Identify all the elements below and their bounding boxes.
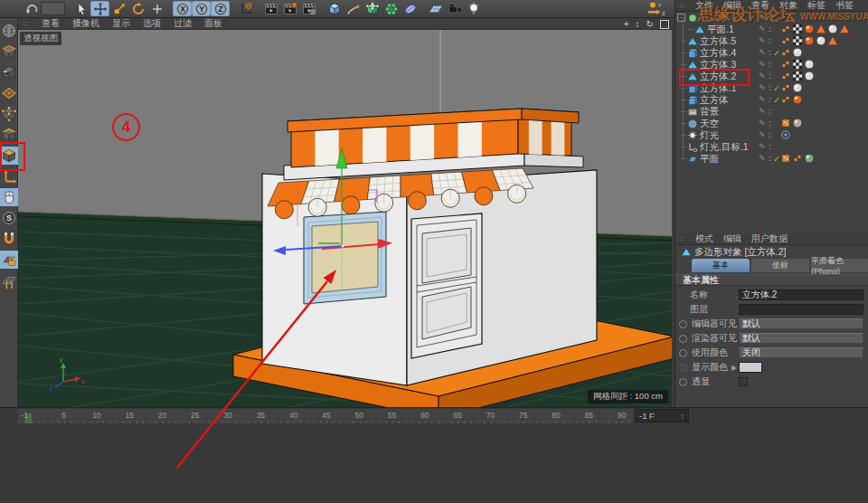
object-row[interactable]: 立方体.2✎: [675,71,868,82]
toolbar-undo-button[interactable] [22,1,41,16]
toggle-view-icon[interactable] [660,20,669,29]
pan-view-icon[interactable]: + [624,20,629,29]
viewport[interactable]: xyz ∷查看摄像机显示选项过滤面板 +↕↻ 透视视图 网格间距 : 100 c… [18,18,672,407]
tag-ball-icon[interactable] [792,118,803,128]
animation-dot-icon[interactable] [679,320,687,328]
attribute-menu-item[interactable]: 编辑 [723,233,741,245]
tag-tri-icon[interactable] [816,24,826,34]
tab-basic[interactable]: 基本 [692,259,750,272]
object-row[interactable]: 天空✎: [675,118,868,129]
tag-ball-icon[interactable] [804,71,815,81]
tag-ball-icon[interactable] [792,82,803,93]
panel-grip-icon[interactable]: ∷ [680,235,685,243]
mode-polygons-mode-button[interactable] [0,147,18,165]
tag-dots-icon[interactable] [780,94,791,105]
toolbar-primitive-cube-button[interactable] [325,1,344,16]
layer-pencil-icon[interactable]: ✎ [759,129,766,141]
mode-snap-button[interactable]: S [0,209,18,227]
object-manager-menu-item[interactable]: 标签 [807,0,826,12]
tag-ball-icon[interactable] [792,47,803,58]
layer-pencil-icon[interactable]: ✎ [759,94,766,106]
toolbar-lock-y-button[interactable]: Y [192,1,211,16]
view-label[interactable]: 透视视图 [20,32,61,45]
visibility-dots-icon[interactable]: : [769,153,771,165]
mode-points-mode-button[interactable] [0,105,18,123]
enabled-check-icon[interactable]: ✓ [773,153,780,165]
object-row[interactable]: 立方体.3✎: [675,59,868,71]
mode-edges-mode-button[interactable] [0,126,18,144]
object-row[interactable]: 立方体.5✎: [675,35,868,47]
animation-dot-icon[interactable] [679,349,687,357]
viewport-menu-item[interactable]: 面板 [204,18,222,30]
toolbar-lock-x-button[interactable]: X [173,1,192,16]
field-input[interactable]: 立方体.2 [739,289,863,300]
visibility-dots-icon[interactable]: : [769,71,771,82]
field-dropdown[interactable]: 默认 [739,333,863,344]
mode-axis-mode-button[interactable] [0,167,18,185]
object-manager-menu-item[interactable]: 编辑 [723,0,741,12]
tag-ball-icon[interactable] [827,24,838,34]
visibility-dots-icon[interactable]: : [769,106,771,118]
mode-workplane-mode-button[interactable] [0,84,18,102]
object-row[interactable]: 背景✎: [675,106,868,118]
object-manager-menu-item[interactable]: 书签 [835,0,854,12]
toolbar-light-button[interactable] [464,1,483,16]
tab-phong[interactable]: 平滑着色(Phong) [811,259,868,272]
layer-pencil-icon[interactable]: ✎ [759,106,766,118]
viewport-menu-item[interactable]: 过滤 [174,18,192,30]
toolbar-camera-button[interactable] [445,1,464,16]
visibility-dots-icon[interactable]: : [769,24,771,35]
tag-checker-icon[interactable] [792,35,803,46]
layer-pencil-icon[interactable]: ✎ [759,35,766,47]
animation-dot-icon[interactable] [679,364,687,372]
mode-quantize-button[interactable]: ( ) [0,271,18,289]
object-row[interactable]: 立方体.4✎:✓ [675,47,868,59]
mode-make-editable-button[interactable] [0,22,18,40]
tag-dots-icon[interactable] [780,71,791,81]
tag-tri-icon[interactable] [827,35,838,46]
panel-grip-icon[interactable]: ∷ [24,20,29,28]
object-name[interactable]: 立方体 [700,94,729,107]
object-row[interactable]: 灯光✎: [675,129,868,141]
object-name[interactable]: 背景 [700,106,719,119]
attribute-menu-item[interactable]: 用户数据 [751,233,788,245]
mode-lock-workplane-button[interactable] [0,251,18,269]
visibility-dots-icon[interactable]: : [769,141,771,153]
tag-checker-icon[interactable] [792,59,803,70]
tag-checker-icon[interactable] [792,24,803,34]
enabled-check-icon[interactable]: ✓ [773,94,780,106]
color-swatch[interactable] [739,362,762,373]
field-input[interactable] [739,304,863,315]
tag-dots-icon[interactable] [780,82,791,93]
animation-dot-icon[interactable] [679,378,687,386]
viewport-menu-item[interactable]: 查看 [42,18,60,30]
object-name[interactable]: 平面 [700,153,719,166]
tag-dots-icon[interactable] [780,47,791,58]
toolbar-redo-button[interactable] [41,2,65,15]
object-name[interactable]: 立方体.3 [700,59,736,71]
layer-pencil-icon[interactable]: ✎ [759,24,766,35]
tag-ball-icon[interactable] [804,24,815,34]
visibility-dots-icon[interactable]: : [769,12,771,24]
tag-ball-icon[interactable] [816,35,826,46]
tag-ball-icon[interactable] [804,59,815,70]
viewport-menu-item[interactable]: 选项 [143,18,161,30]
expander-icon[interactable]: - [677,14,685,22]
layer-pencil-icon[interactable]: ✎ [759,59,766,71]
layer-pencil-icon[interactable]: ✎ [759,118,766,129]
mode-texture-mode-button[interactable] [0,63,18,81]
spinner-icon[interactable]: ↕ [681,412,685,421]
toolbar-lock-z-button[interactable]: Z [211,1,230,16]
viewport-3d-scene[interactable]: xyz [18,18,672,407]
enabled-check-icon[interactable]: ✓ [773,82,780,94]
object-row[interactable]: 灯光.目标.1✎: [675,141,868,153]
object-row[interactable]: -✎: [675,12,868,24]
visibility-dots-icon[interactable]: : [769,94,771,106]
tab-coordinates[interactable]: 坐标 [751,259,809,272]
object-name[interactable]: 平面.1 [707,24,734,36]
field-dropdown[interactable]: 默认 [739,318,863,329]
visibility-dots-icon[interactable]: : [769,47,771,59]
tag-ball-icon[interactable] [804,153,815,164]
layer-pencil-icon[interactable]: ✎ [759,141,766,153]
tag-dots-icon[interactable] [792,153,803,164]
